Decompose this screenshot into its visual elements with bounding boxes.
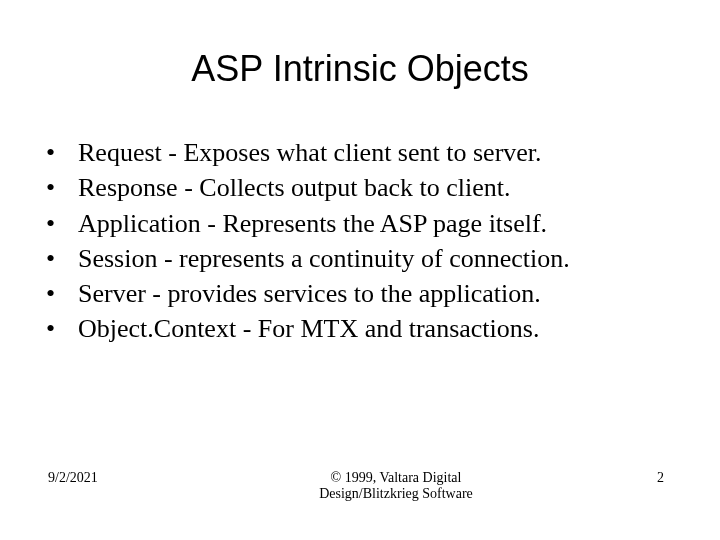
footer-copyright: © 1999, Valtara Digital Design/Blitzkrie… (188, 470, 604, 502)
bullet-item: Response - Collects output back to clien… (40, 171, 680, 204)
slide: ASP Intrinsic Objects Request - Exposes … (0, 0, 720, 540)
footer-date: 9/2/2021 (48, 470, 188, 486)
slide-body: Request - Exposes what client sent to se… (0, 98, 720, 346)
bullet-item: Request - Exposes what client sent to se… (40, 136, 680, 169)
bullet-item: Object.Context - For MTX and transaction… (40, 312, 680, 345)
bullet-list: Request - Exposes what client sent to se… (40, 136, 680, 346)
footer-page-number: 2 (604, 470, 664, 486)
footer-copyright-line2: Design/Blitzkrieg Software (319, 486, 473, 501)
slide-footer: 9/2/2021 © 1999, Valtara Digital Design/… (0, 470, 720, 502)
slide-title: ASP Intrinsic Objects (0, 0, 720, 98)
footer-copyright-line1: © 1999, Valtara Digital (331, 470, 462, 485)
bullet-item: Server - provides services to the applic… (40, 277, 680, 310)
bullet-item: Session - represents a continuity of con… (40, 242, 680, 275)
bullet-item: Application - Represents the ASP page it… (40, 207, 680, 240)
